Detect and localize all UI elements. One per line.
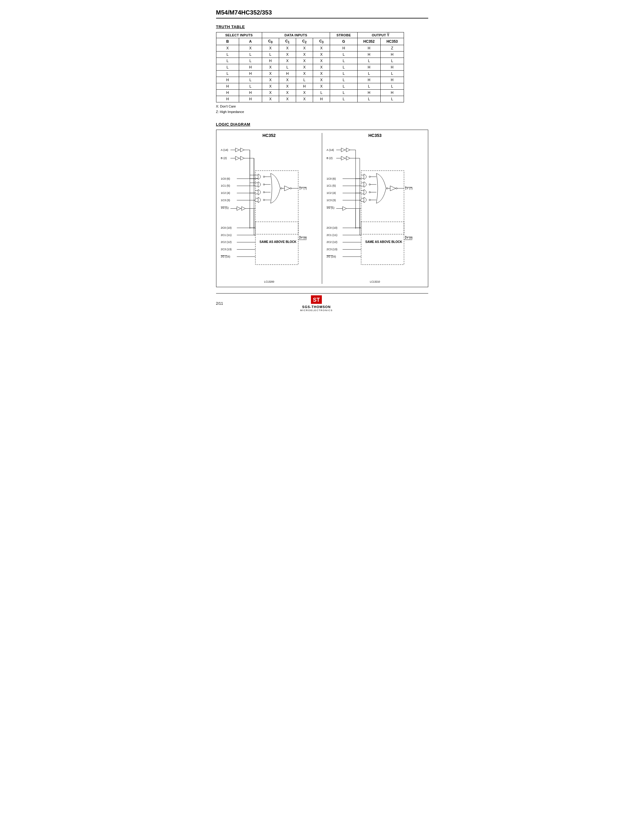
svg-rect-13 bbox=[255, 170, 298, 234]
svg-point-100 bbox=[369, 183, 370, 185]
svg-point-33 bbox=[263, 183, 264, 185]
truth-table-heading: TRUTH TABLE bbox=[216, 24, 428, 29]
label-1C3-right: 1C3 (3) bbox=[327, 198, 336, 201]
label-2C3-left: 2C3 (13) bbox=[221, 248, 231, 251]
sgs-thomson-logo-icon: ST bbox=[311, 295, 322, 304]
logo-sub: MICROELECTRONICS bbox=[300, 309, 333, 312]
col-C2: C2 bbox=[296, 38, 313, 45]
logic-diagram-box: HC352 A (14) B (2) bbox=[216, 130, 428, 288]
label-2Y-left: 2̄Y (9) bbox=[299, 236, 307, 239]
page-footer: 2/11 ST SGS-THOMSON MICROELECTRONICS bbox=[216, 293, 428, 312]
label-2C2-left: 2C2 (12) bbox=[221, 241, 231, 244]
table-row: LLLXXXLHH bbox=[216, 51, 404, 58]
label-2C1-right: 2C1 (11) bbox=[327, 233, 337, 236]
label-1Y-left: 1̄Y (7) bbox=[299, 186, 307, 190]
svg-marker-4 bbox=[235, 156, 239, 160]
hc353-title: HC353 bbox=[325, 133, 425, 138]
svg-marker-91 bbox=[343, 207, 346, 211]
label-2C0-right: 2C0 (10) bbox=[327, 226, 337, 229]
table-row: HHXXXLLHH bbox=[216, 90, 404, 96]
label-B2-right: B (2) bbox=[327, 157, 333, 160]
svg-marker-49 bbox=[284, 186, 290, 191]
svg-marker-5 bbox=[240, 156, 244, 160]
hc352-title: HC352 bbox=[219, 133, 319, 138]
label-1C1-right: 1C1 (5) bbox=[327, 184, 336, 187]
table-row: HHXXXHLLL bbox=[216, 96, 404, 102]
label-2C0-left: 2C0 (10) bbox=[221, 226, 231, 229]
col-A: A bbox=[239, 38, 262, 45]
col-HC352: HC352 bbox=[357, 38, 380, 45]
logic-diagram-section: LOGIC DIAGRAM HC352 A (14) B (2) bbox=[216, 122, 428, 288]
footnote-z: Z: High Impedance bbox=[216, 109, 428, 115]
label-1C3-left: 1C3 (3) bbox=[221, 198, 230, 201]
svg-point-108 bbox=[369, 199, 370, 201]
logo-symbol: ST bbox=[311, 295, 322, 305]
truth-table-section: TRUTH TABLE SELECT INPUTS DATA INPUTS ST… bbox=[216, 24, 428, 115]
label-2C2-right: 2C2 (12) bbox=[327, 241, 337, 244]
truth-table: SELECT INPUTS DATA INPUTS STROBE OUTPUT … bbox=[216, 32, 404, 102]
logic-diagram-inner: HC352 A (14) B (2) bbox=[219, 133, 425, 284]
svg-point-37 bbox=[263, 191, 264, 193]
footer-logo: ST SGS-THOMSON MICROELECTRONICS bbox=[300, 295, 333, 312]
hc353-diagram: HC353 A (14) B (2) bbox=[325, 133, 425, 284]
col-C3: C3 bbox=[313, 38, 330, 45]
svg-marker-73 bbox=[346, 148, 350, 152]
hc352-diagram: HC352 A (14) B (2) bbox=[219, 133, 319, 284]
col-C0: C0 bbox=[262, 38, 279, 45]
col-group-output: OUTPUT Y bbox=[357, 32, 404, 38]
hc352-svg: A (14) B (2) bbox=[219, 140, 319, 284]
hc353-svg: A (14) B (2) bbox=[325, 140, 425, 284]
title-divider bbox=[216, 18, 428, 18]
label-A14-left: A (14) bbox=[221, 148, 228, 151]
svg-marker-72 bbox=[341, 148, 345, 152]
col-group-strobe: STROBE bbox=[330, 32, 357, 38]
truth-table-footnotes: X: Don't Care Z: High Impedance bbox=[216, 104, 428, 114]
svg-point-41 bbox=[263, 199, 264, 201]
svg-marker-116 bbox=[390, 186, 396, 191]
label-2Y-right: 2̄Y (9) bbox=[405, 236, 413, 239]
label-1C2-left: 1C2 (4) bbox=[221, 191, 230, 195]
footnote-x: X: Don't Care bbox=[216, 104, 428, 109]
svg-text:ST: ST bbox=[313, 297, 320, 303]
label-1C1-left: 1C1 (5) bbox=[221, 184, 230, 187]
col-group-select: SELECT INPUTS bbox=[216, 32, 262, 38]
col-HC353: HC353 bbox=[381, 38, 404, 45]
svg-marker-19 bbox=[237, 207, 241, 211]
svg-marker-76 bbox=[341, 156, 345, 160]
col-G: G bbox=[330, 38, 357, 45]
logo-name: SGS-THOMSON bbox=[302, 305, 331, 309]
ref-right: LC13210 bbox=[370, 280, 380, 283]
table-row: LHXLXXLHH bbox=[216, 64, 404, 71]
label-1Y-right: 1̄Y (7) bbox=[405, 186, 413, 190]
label-1C0-right: 1C0 (6) bbox=[327, 177, 336, 180]
col-B: B bbox=[216, 38, 239, 45]
svg-marker-77 bbox=[346, 156, 350, 160]
table-row: LLHXXXLLL bbox=[216, 58, 404, 64]
table-row: HLXXHXLLL bbox=[216, 83, 404, 90]
svg-point-104 bbox=[369, 191, 370, 193]
same-as-above-right: SAME AS ABOVE BLOCK bbox=[365, 240, 402, 244]
svg-point-50 bbox=[290, 188, 291, 189]
svg-point-117 bbox=[396, 188, 397, 189]
label-2C3-right: 2C3 (13) bbox=[327, 248, 337, 251]
logic-diagram-heading: LOGIC DIAGRAM bbox=[216, 122, 428, 127]
svg-marker-1 bbox=[240, 148, 244, 152]
svg-point-47 bbox=[281, 188, 282, 189]
label-1C0-left: 1C0 (6) bbox=[221, 177, 230, 180]
col-group-data: DATA INPUTS bbox=[262, 32, 330, 38]
svg-point-96 bbox=[369, 176, 370, 177]
footer-page-number: 2/11 bbox=[216, 301, 223, 306]
col-C1: C1 bbox=[279, 38, 296, 45]
label-2C1-left: 2C1 (11) bbox=[221, 233, 231, 236]
label-1C2-right: 1C2 (4) bbox=[327, 191, 336, 195]
table-row: HLXXLXLHH bbox=[216, 77, 404, 83]
svg-point-28 bbox=[263, 176, 264, 177]
svg-point-114 bbox=[386, 188, 388, 189]
table-row: LHXHXXLLL bbox=[216, 71, 404, 77]
label-A14-right: A (14) bbox=[327, 148, 334, 151]
page-title: M54/M74HC352/353 bbox=[216, 9, 428, 16]
svg-marker-0 bbox=[235, 148, 239, 152]
label-B2-left: B (2) bbox=[221, 157, 227, 160]
svg-marker-20 bbox=[242, 207, 245, 211]
ref-left: LC13200 bbox=[264, 280, 274, 283]
